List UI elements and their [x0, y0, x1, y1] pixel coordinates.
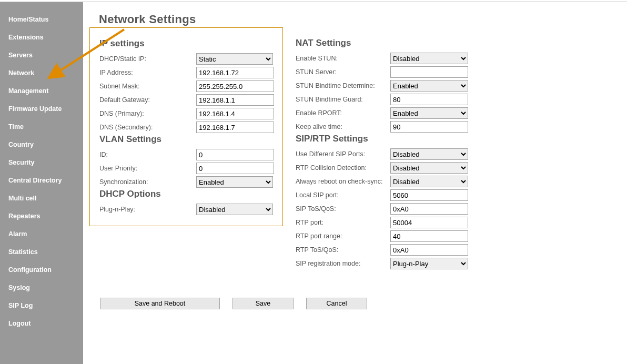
- local-sip-port-input[interactable]: [390, 189, 468, 201]
- vlan-id-input[interactable]: [196, 149, 274, 160]
- sidebar-item-extensions[interactable]: Extensions: [0, 28, 83, 46]
- sidebar-item-management[interactable]: Management: [0, 82, 83, 100]
- vlan-id-label: ID:: [99, 151, 196, 158]
- sidebar-item-repeaters[interactable]: Repeaters: [0, 207, 83, 225]
- subnet-mask-input[interactable]: [196, 80, 274, 92]
- sidebar-item-home-status[interactable]: Home/Status: [0, 11, 83, 28]
- sidebar-item-multi-cell[interactable]: Multi cell: [0, 189, 83, 207]
- keep-alive-time-input[interactable]: [390, 121, 468, 133]
- rtp-tos-qos-input[interactable]: [390, 244, 468, 256]
- section-dhcp-options: DHCP Options: [99, 189, 273, 199]
- dns-primary-label: DNS (Primary):: [99, 110, 196, 117]
- local-sip-port-label: Local SIP port:: [296, 191, 390, 199]
- sip-registration-mode-select[interactable]: Plug-n-Play: [390, 258, 468, 269]
- enable-stun-label: Enable STUN:: [296, 55, 390, 62]
- stun-bindtime-determine-select[interactable]: EnabledDisabled: [390, 80, 468, 92]
- ip-address-label: IP Address:: [99, 69, 196, 76]
- sidebar-item-logout[interactable]: Logout: [0, 315, 83, 332]
- keep-alive-time-label: Keep alive time:: [296, 123, 390, 130]
- vlan-synchronization-select[interactable]: EnabledDisabled: [196, 176, 273, 188]
- sidebar-item-country[interactable]: Country: [0, 136, 83, 154]
- sidebar-item-servers[interactable]: Servers: [0, 46, 83, 64]
- enable-rport-label: Enable RPORT:: [296, 109, 390, 117]
- cancel-button[interactable]: Cancel: [306, 298, 367, 309]
- rtp-port-label: RTP port:: [296, 219, 390, 226]
- rtp-collision-detection-select[interactable]: EnabledDisabled: [390, 162, 468, 174]
- rtp-port-input[interactable]: [390, 217, 468, 228]
- dns-secondary-label: DNS (Secondary):: [99, 124, 196, 131]
- stun-bindtime-guard-input[interactable]: [390, 94, 468, 105]
- dhcp-static-ip-select[interactable]: StaticDHCP: [196, 53, 273, 65]
- sidebar-item-alarm[interactable]: Alarm: [0, 225, 83, 243]
- enable-rport-select[interactable]: EnabledDisabled: [390, 107, 468, 119]
- sip-tos-qos-label: SIP ToS/QoS:: [296, 205, 390, 213]
- rtp-collision-detection-label: RTP Collision Detection:: [296, 164, 390, 171]
- stun-bindtime-guard-label: STUN Bindtime Guard:: [296, 96, 390, 103]
- save-and-reboot-button[interactable]: Save and Reboot: [100, 298, 220, 309]
- sidebar-item-firmware-update[interactable]: Firmware Update: [0, 100, 83, 118]
- save-button[interactable]: Save: [232, 298, 294, 309]
- dns-primary-input[interactable]: [196, 108, 274, 119]
- sidebar: Home/Status Extensions Servers Network M…: [0, 2, 83, 364]
- vlan-user-priority-label: User Priority:: [99, 165, 196, 172]
- section-ip-settings: IP settings: [99, 38, 273, 49]
- sidebar-item-sip-log[interactable]: SIP Log: [0, 297, 83, 315]
- stun-server-input[interactable]: [390, 66, 468, 78]
- section-nat-settings: NAT Settings: [296, 38, 480, 48]
- dhcp-static-ip-label: DHCP/Static IP:: [99, 55, 196, 63]
- sip-registration-mode-label: SIP registration mode:: [296, 260, 390, 267]
- use-different-sip-ports-label: Use Different SIP Ports:: [296, 150, 390, 158]
- sidebar-item-statistics[interactable]: Statistics: [0, 243, 83, 261]
- enable-stun-select[interactable]: EnabledDisabled: [390, 53, 468, 64]
- ip-address-input[interactable]: [196, 67, 274, 78]
- sip-tos-qos-input[interactable]: [390, 203, 468, 215]
- subnet-mask-label: Subnet Mask:: [99, 83, 196, 90]
- rtp-tos-qos-label: RTP ToS/QoS:: [296, 246, 390, 254]
- plug-n-play-label: Plug-n-Play:: [99, 206, 196, 213]
- stun-bindtime-determine-label: STUN Bindtime Determine:: [296, 82, 390, 89]
- sidebar-item-configuration[interactable]: Configuration: [0, 261, 83, 279]
- sidebar-item-network[interactable]: Network: [0, 64, 83, 82]
- section-sip-rtp-settings: SIP/RTP Settings: [296, 134, 480, 144]
- page-title: Network Settings: [99, 13, 627, 26]
- dns-secondary-input[interactable]: [196, 122, 274, 133]
- section-vlan-settings: VLAN Settings: [99, 134, 273, 145]
- default-gateway-label: Default Gateway:: [99, 96, 196, 104]
- vlan-synchronization-label: Synchronization:: [99, 178, 196, 186]
- use-different-sip-ports-select[interactable]: EnabledDisabled: [390, 148, 468, 160]
- default-gateway-input[interactable]: [196, 94, 274, 106]
- highlighted-section: IP settings DHCP/Static IP: StaticDHCP I…: [89, 27, 283, 226]
- stun-server-label: STUN Server:: [296, 68, 390, 76]
- sidebar-item-time[interactable]: Time: [0, 118, 83, 136]
- sidebar-item-central-directory[interactable]: Central Directory: [0, 171, 83, 189]
- plug-n-play-select[interactable]: EnabledDisabled: [196, 204, 273, 215]
- always-reboot-check-sync-label: Always reboot on check-sync:: [296, 178, 390, 185]
- sidebar-item-security[interactable]: Security: [0, 154, 83, 171]
- rtp-port-range-label: RTP port range:: [296, 232, 390, 240]
- always-reboot-check-sync-select[interactable]: EnabledDisabled: [390, 176, 468, 187]
- sidebar-item-syslog[interactable]: Syslog: [0, 279, 83, 297]
- rtp-port-range-input[interactable]: [390, 230, 468, 242]
- vlan-user-priority-input[interactable]: [196, 163, 274, 174]
